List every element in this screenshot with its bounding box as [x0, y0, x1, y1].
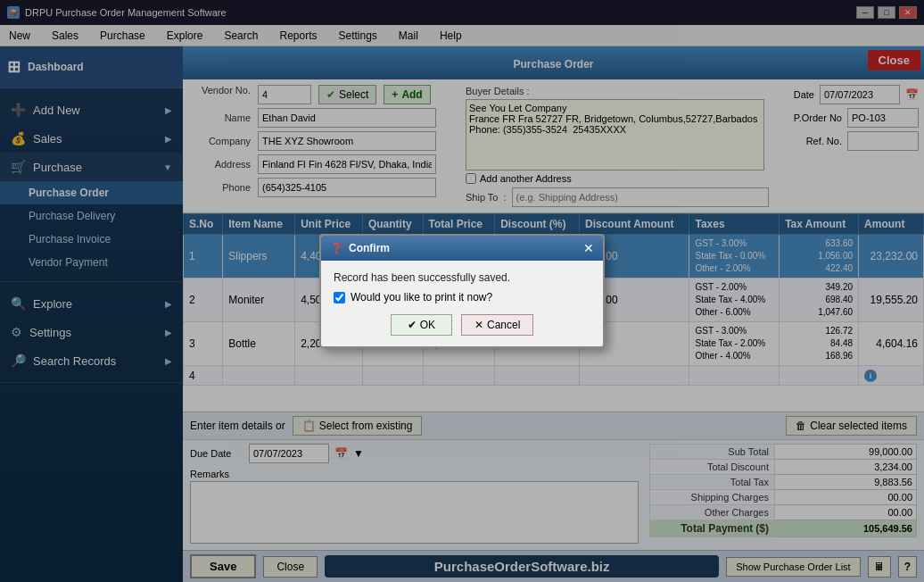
- print-checkbox[interactable]: [334, 292, 345, 303]
- print-question: Would you like to print it now?: [351, 291, 492, 303]
- ok-check-icon: ✔: [408, 319, 417, 331]
- cancel-x-icon: ✕: [474, 319, 483, 331]
- cancel-btn-label: Cancel: [487, 319, 520, 331]
- modal-body: Record has been successfully saved. Woul…: [321, 261, 603, 346]
- confirm-icon: ❓: [330, 242, 343, 254]
- modal-close-button[interactable]: ✕: [583, 241, 594, 255]
- modal-header: ❓ Confirm ✕: [321, 236, 603, 261]
- modal-message: Record has been successfully saved.: [334, 271, 590, 284]
- cancel-button[interactable]: ✕ Cancel: [461, 314, 533, 336]
- modal-overlay: ❓ Confirm ✕ Record has been successfully…: [0, 0, 924, 582]
- ok-button[interactable]: ✔ OK: [391, 314, 452, 336]
- ok-btn-label: OK: [420, 319, 435, 331]
- confirm-dialog: ❓ Confirm ✕ Record has been successfully…: [319, 234, 605, 348]
- modal-title: Confirm: [349, 242, 390, 254]
